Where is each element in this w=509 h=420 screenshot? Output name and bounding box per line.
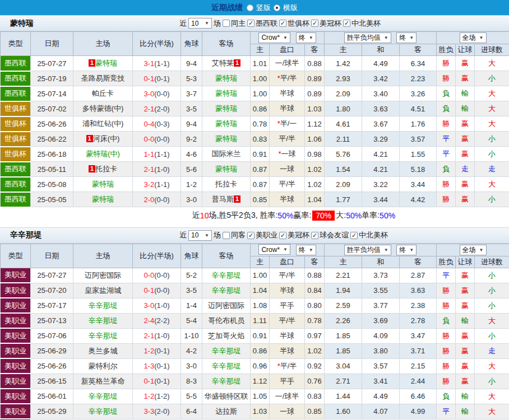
odds-handicap: *平/半	[270, 358, 305, 374]
team-name[interactable]: 河床(中)	[93, 134, 120, 143]
team-name[interactable]: 蒙特瑞	[215, 104, 237, 113]
team-name[interactable]: 蒙特瑞	[92, 195, 114, 203]
league-filter-checkbox[interactable]: 中北美杯	[343, 18, 381, 29]
team-name[interactable]: 蒙特瑞(中)	[86, 150, 120, 158]
avg-home: 1.80	[325, 101, 362, 116]
team-name[interactable]: 国际米兰	[212, 150, 241, 158]
away-team-cell: 国际米兰	[202, 147, 251, 162]
odds-handicap: *平/半	[270, 71, 305, 86]
team-name[interactable]: 辛辛那堤	[212, 347, 241, 355]
team-name[interactable]: 辛辛那堤	[212, 286, 241, 295]
team-name[interactable]: 蒙特利尔	[89, 362, 118, 370]
fulltime-score: 2-4	[144, 316, 154, 325]
avg-home: 5.76	[325, 147, 362, 162]
team-name[interactable]: 奥兰多城	[89, 347, 118, 355]
halftime-score: (1-1)	[154, 59, 169, 68]
team-name[interactable]: 辛辛那堤	[89, 392, 118, 400]
col-let-goal: 让球	[456, 44, 475, 56]
odds-home: 1.01	[251, 56, 270, 71]
league-filter-checkbox[interactable]: 美职业	[247, 230, 277, 240]
rank-badge: 1	[234, 195, 240, 203]
match-row: 美职业25-06-01辛辛那堤1-2(1-2)5-5华盛顿特区联1.05一/球半…	[1, 389, 509, 404]
team-name[interactable]: 多特蒙德(中)	[82, 104, 124, 113]
team-name[interactable]: 芝加哥火焰	[208, 332, 244, 340]
odds-away: 0.84	[305, 283, 325, 298]
avg-home: 1.77	[325, 192, 362, 207]
match-row: 墨西联25-07-14帕丘卡3-0(0-0)3-7蒙特瑞1.00半球0.892.…	[1, 86, 509, 101]
col-let-goal: 让球	[456, 256, 475, 268]
team-name[interactable]: 辛辛那堤	[89, 316, 118, 325]
team-name[interactable]: 迈阿密国际	[85, 271, 121, 279]
away-team-cell: 辛辛那堤	[202, 268, 251, 283]
league-filter-checkbox[interactable]: 墨西联	[247, 18, 277, 29]
avg-stage-select[interactable]: 终▼	[396, 32, 417, 43]
team-name[interactable]: 蒙特瑞	[215, 89, 237, 97]
vertical-radio[interactable]	[247, 4, 253, 11]
team-name[interactable]: 迈阿密国际	[208, 301, 244, 310]
odds-stage-select[interactable]: 终▼	[296, 32, 316, 43]
team-name[interactable]: 蒙特瑞	[215, 74, 237, 82]
match-date: 25-06-29	[31, 343, 73, 358]
team-name[interactable]: 辛辛那堤	[212, 362, 241, 370]
team-name[interactable]: 辛辛那堤	[89, 301, 118, 310]
team-name[interactable]: 蒙特瑞	[95, 59, 117, 67]
checkbox-icon	[223, 20, 230, 27]
team-name[interactable]: 华盛顿特区联	[205, 392, 248, 400]
team-name[interactable]: 托拉卡	[95, 165, 117, 173]
match-date: 25-05-05	[31, 192, 73, 207]
odds-home: 1.08	[251, 298, 270, 313]
team-name[interactable]: 浦和红钻(中)	[82, 119, 124, 128]
scope-select[interactable]: 全场▼	[460, 245, 487, 255]
avg-draw: 4.49	[362, 389, 400, 404]
team-name[interactable]: 圣路易斯竞技	[81, 74, 125, 82]
fulltime-score: 2-1	[144, 332, 154, 340]
col-type: 类型	[1, 244, 31, 268]
avg-home: 1.85	[325, 328, 362, 343]
horizontal-radio[interactable]	[274, 4, 280, 11]
avg-home: 2.93	[325, 71, 362, 86]
bookmaker-select[interactable]: Crow*▼	[258, 32, 290, 43]
league-filter-checkbox[interactable]: 球会友谊	[311, 230, 349, 240]
team-name[interactable]: 蒙特瑞	[215, 165, 237, 173]
fulltime-score: 2-1	[144, 105, 154, 113]
bookmaker-select[interactable]: Crow*▼	[258, 244, 290, 255]
home-team-cell: 多特蒙德(中)	[73, 101, 133, 116]
scope-select[interactable]: 全场▼	[460, 32, 487, 43]
same-venue-checkbox[interactable]: 同主	[223, 18, 246, 29]
odds-stage-select[interactable]: 终▼	[296, 245, 316, 255]
team-name[interactable]: 蒙特瑞	[215, 134, 237, 143]
team-name[interactable]: 艾特莱	[212, 59, 234, 67]
team-name[interactable]: 普马斯	[212, 195, 234, 203]
avg-type-select[interactable]: 胜平负均值▼	[344, 245, 391, 255]
team-name[interactable]: 蒙特瑞	[92, 180, 114, 188]
team-name[interactable]: 哥伦布机员	[208, 316, 244, 325]
league-filter-checkbox[interactable]: 世俱杯	[279, 18, 309, 29]
home-team-cell: 奥兰多城	[73, 343, 133, 358]
fulltime-score: 0-1	[144, 74, 154, 83]
recent-count-select[interactable]: 10▼	[188, 18, 212, 29]
goals-result-cell: 走	[475, 343, 509, 358]
summary-segment: 赢率:	[293, 211, 311, 221]
result-cell: 勝	[437, 56, 456, 71]
team-name[interactable]: 辛辛那堤	[89, 332, 118, 340]
handicap-result-cell: 赢	[456, 358, 475, 374]
avg-type-select[interactable]: 胜平负均值▼	[344, 32, 391, 43]
team-name[interactable]: 达拉斯	[215, 407, 237, 416]
avg-stage-select[interactable]: 终▼	[396, 245, 417, 255]
team-name[interactable]: 托拉卡	[215, 180, 237, 188]
league-filter-checkbox[interactable]: 中北美杯	[350, 230, 388, 240]
same-venue-checkbox[interactable]: 同客	[223, 230, 246, 240]
league-filter-checkbox[interactable]: 美冠杯	[311, 18, 341, 29]
home-team-cell: 辛辛那堤	[73, 298, 133, 313]
team-name[interactable]: 辛辛那堤	[212, 377, 241, 385]
team-name[interactable]: 辛辛那堤	[212, 271, 241, 279]
team-name[interactable]: 蒙特瑞	[215, 119, 237, 128]
team-name[interactable]: 辛辛那堤	[89, 407, 118, 416]
odds-away: 1.04	[305, 192, 325, 207]
recent-count-select[interactable]: 10▼	[188, 230, 212, 241]
team-name[interactable]: 皇家盐湖城	[85, 286, 121, 295]
team-name[interactable]: 帕丘卡	[92, 89, 114, 97]
handicap-result-cell: 赢	[456, 132, 475, 147]
league-filter-checkbox[interactable]: 美冠杯	[279, 230, 309, 240]
team-name[interactable]: 新英格兰革命	[81, 377, 125, 385]
